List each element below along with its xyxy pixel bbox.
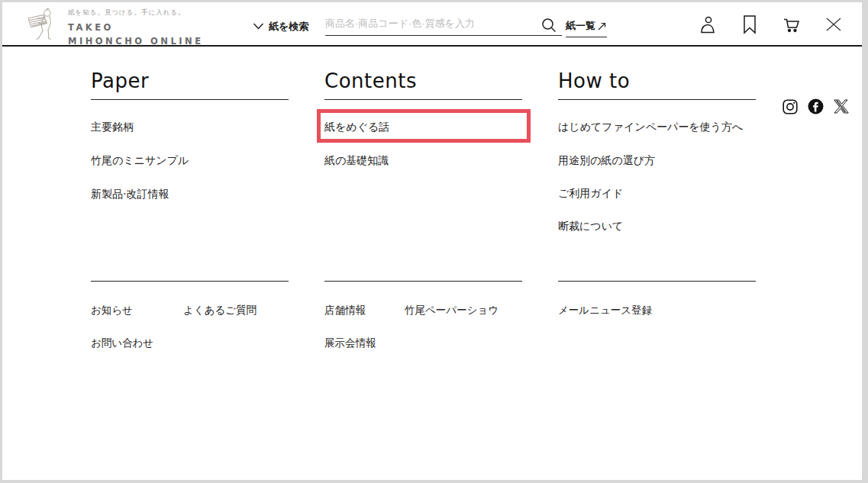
instagram-icon[interactable] bbox=[782, 99, 798, 114]
site-header: 紙を知る。見つける。手に入れる。 TAKEO MIHONCHO ONLINE 紙… bbox=[2, 2, 862, 47]
column-divider bbox=[91, 281, 289, 282]
chevron-down-icon[interactable] bbox=[253, 22, 264, 31]
menu-title-how-to: How to bbox=[558, 69, 756, 100]
brand-block[interactable]: 紙を知る。見つける。手に入れる。 TAKEO MIHONCHO ONLINE bbox=[68, 8, 204, 49]
takeo-logo-illustration bbox=[21, 6, 61, 43]
brand-name: TAKEO MIHONCHO ONLINE bbox=[68, 21, 204, 49]
footer-link-faq[interactable]: よくあるご質問 bbox=[183, 303, 257, 317]
column-divider bbox=[558, 281, 756, 282]
menu-link-user-guide[interactable]: ご利用ガイド bbox=[558, 185, 623, 201]
footer-link-contact[interactable]: お問い合わせ bbox=[91, 336, 153, 350]
brand-line2: MIHONCHO ONLINE bbox=[68, 35, 204, 49]
facebook-icon[interactable] bbox=[808, 98, 824, 114]
column-divider bbox=[324, 281, 522, 282]
search-input[interactable] bbox=[325, 14, 562, 36]
menu-link-paper-by-use[interactable]: 用途別の紙の選び方 bbox=[558, 153, 655, 168]
menu-link-new-products[interactable]: 新製品·改訂情報 bbox=[91, 186, 169, 201]
footer-link-exhibitions[interactable]: 展示会情報 bbox=[324, 336, 376, 350]
search-icon[interactable] bbox=[540, 17, 557, 34]
account-icon[interactable] bbox=[693, 11, 722, 37]
brand-line1: TAKEO bbox=[68, 21, 204, 35]
menu-link-mini-samples[interactable]: 竹尾のミニサンプル bbox=[91, 153, 189, 168]
menu-link-first-time-fine-paper[interactable]: はじめてファインペーパーを使う方へ bbox=[558, 119, 743, 134]
bookmark-icon[interactable] bbox=[735, 11, 764, 37]
social-icons bbox=[782, 98, 849, 114]
browser-frame: 紙を知る。見つける。手に入れる。 TAKEO MIHONCHO ONLINE 紙… bbox=[0, 0, 868, 483]
footer-link-stores[interactable]: 店舗情報 bbox=[324, 303, 366, 317]
header-icons bbox=[693, 2, 848, 47]
menu-link-paper-basics[interactable]: 紙の基礎知識 bbox=[324, 153, 389, 168]
close-icon[interactable] bbox=[819, 11, 848, 37]
paper-list-link[interactable]: 紙一覧 bbox=[566, 19, 607, 37]
footer-link-news[interactable]: お知らせ bbox=[91, 303, 133, 317]
footer-link-paper-show[interactable]: 竹尾ペーパーショウ bbox=[405, 303, 499, 317]
menu-link-cutting[interactable]: 断裁について bbox=[558, 218, 623, 233]
brand-tagline: 紙を知る。見つける。手に入れる。 bbox=[68, 8, 204, 18]
x-icon[interactable] bbox=[834, 99, 849, 114]
mega-menu-page: 紙を知る。見つける。手に入れる。 TAKEO MIHONCHO ONLINE 紙… bbox=[2, 2, 862, 480]
menu-link-paper-stories[interactable]: 紙をめぐる話 bbox=[324, 119, 389, 134]
footer-link-mail-news[interactable]: メールニュース登録 bbox=[558, 303, 652, 317]
paper-list-label: 紙一覧 bbox=[566, 19, 595, 33]
menu-link-major-brands[interactable]: 主要銘柄 bbox=[91, 119, 134, 134]
search-category-label[interactable]: 紙を検索 bbox=[269, 20, 308, 34]
cart-icon[interactable] bbox=[777, 11, 806, 37]
arrow-up-right-icon bbox=[597, 21, 607, 31]
menu-title-paper: Paper bbox=[91, 69, 289, 100]
menu-title-contents: Contents bbox=[324, 69, 522, 100]
